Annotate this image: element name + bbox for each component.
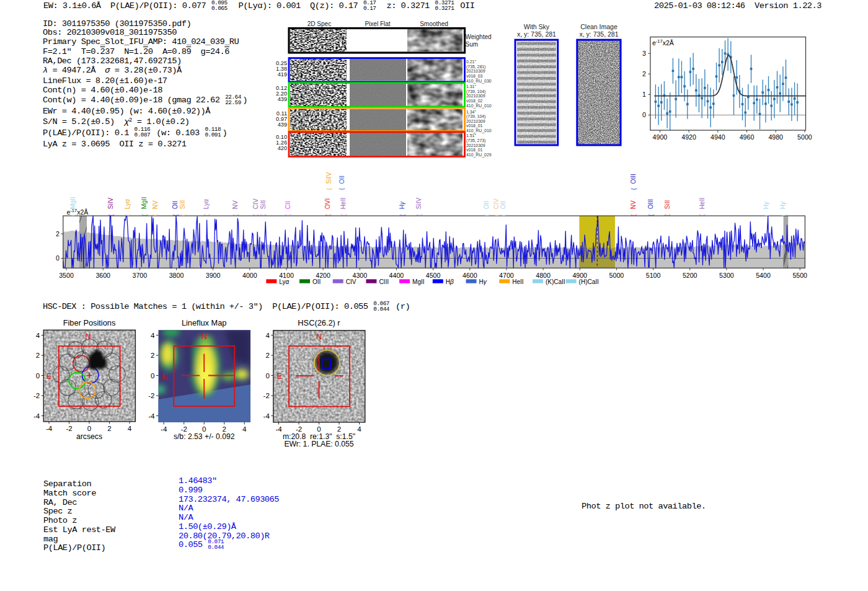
svg-text:OII: OII (483, 201, 490, 210)
svg-text:HeII: HeII (699, 198, 706, 210)
svg-text:-2: -2 (148, 392, 154, 399)
svg-text:4980: 4980 (768, 133, 783, 141)
svg-text:{: { (663, 214, 670, 216)
svg-text:4500: 4500 (426, 272, 441, 279)
svg-text:20210309: 20210309 (466, 94, 485, 98)
svg-text:4920: 4920 (681, 133, 696, 141)
svg-text:OII: OII (172, 201, 179, 210)
svg-text:{: { (259, 214, 266, 216)
svg-text:{: { (326, 188, 332, 190)
svg-text:1: 1 (642, 91, 646, 98)
svg-text:{: { (232, 214, 239, 216)
svg-text:MgII: MgII (412, 278, 424, 285)
svg-text:With Sky: With Sky (524, 23, 550, 30)
svg-text:Hγ: Hγ (763, 201, 769, 209)
svg-text:N: N (202, 332, 207, 341)
svg-text:{: { (500, 214, 507, 216)
svg-text:HeII: HeII (340, 198, 347, 210)
svg-text:Hβ: Hβ (446, 278, 454, 285)
svg-text:2: 2 (56, 230, 60, 238)
svg-text:4: 4 (151, 332, 155, 339)
svg-text:3800: 3800 (169, 272, 184, 279)
svg-text:OIII: OIII (647, 199, 654, 209)
svg-text:{: { (124, 214, 131, 216)
svg-text:MgII: MgII (69, 197, 76, 209)
svg-text:20210309: 20210309 (466, 119, 485, 123)
svg-text:HeII: HeII (512, 278, 523, 285)
svg-text:0: 0 (36, 372, 40, 380)
svg-text:0: 0 (642, 111, 646, 118)
svg-text:CIV: CIV (346, 278, 356, 285)
svg-text:4900: 4900 (572, 272, 587, 279)
svg-text:410_RU_029: 410_RU_029 (466, 153, 492, 158)
svg-text:4100: 4100 (279, 272, 294, 279)
svg-text:1.34": 1.34" (466, 110, 476, 114)
svg-text:(H)CaII: (H)CaII (579, 278, 599, 285)
svg-text:4: 4 (242, 425, 247, 433)
svg-text:1.51": 1.51" (466, 133, 476, 138)
svg-text:Hγ: Hγ (479, 278, 487, 285)
svg-text:0.21": 0.21" (466, 60, 476, 64)
svg-text:SiIV: SiIV (415, 197, 422, 209)
svg-text:{: { (630, 188, 637, 190)
svg-text:{: { (779, 214, 786, 216)
svg-text:{: { (203, 214, 210, 216)
svg-text:3600: 3600 (95, 272, 110, 279)
svg-text:4940: 4940 (711, 133, 725, 141)
svg-text:Lyα: Lyα (124, 198, 131, 209)
svg-text:e-17x2Å: e-17x2Å (652, 38, 674, 47)
svg-text:3900: 3900 (206, 272, 221, 279)
svg-text:4800: 4800 (536, 272, 551, 279)
svg-text:Clean Image: Clean Image (580, 23, 618, 30)
svg-text:Hγ: Hγ (779, 201, 786, 209)
svg-text:-4: -4 (275, 425, 282, 433)
svg-text:1.31": 1.31" (466, 84, 476, 89)
svg-text:20210309: 20210309 (466, 69, 485, 73)
svg-text:{: { (151, 214, 158, 216)
svg-text:-4: -4 (264, 412, 270, 420)
svg-text:{: { (763, 214, 769, 216)
svg-text:410_RU_010: 410_RU_010 (466, 104, 492, 109)
svg-text:0: 0 (87, 425, 91, 432)
svg-text:2: 2 (36, 352, 40, 359)
svg-text:0: 0 (151, 372, 154, 380)
svg-text:CIV: CIV (252, 198, 259, 209)
svg-text:-4: -4 (148, 412, 155, 420)
svg-text:N: N (85, 332, 91, 341)
svg-text:E: E (46, 372, 51, 381)
svg-text:SiII: SiII (179, 200, 186, 210)
svg-text:{: { (399, 214, 405, 216)
svg-text:4300: 4300 (353, 272, 368, 279)
svg-text:SiII: SiII (664, 200, 671, 210)
svg-text:4: 4 (357, 425, 361, 433)
svg-text:NV: NV (232, 200, 239, 209)
svg-text:410_RU_030: 410_RU_030 (466, 79, 492, 84)
svg-text:2D Spec: 2D Spec (308, 20, 331, 27)
svg-text:-2: -2 (66, 425, 72, 432)
svg-text:3: 3 (642, 50, 646, 57)
svg-text:-2: -2 (264, 392, 270, 399)
svg-text:5500: 5500 (792, 272, 807, 279)
svg-text:{: { (172, 214, 179, 216)
svg-text:x, y: 735, 281: x, y: 735, 281 (579, 30, 618, 38)
svg-text:4700: 4700 (499, 272, 514, 279)
svg-text:OII: OII (500, 201, 507, 210)
svg-text:Lineflux Map: Lineflux Map (182, 318, 227, 327)
svg-text:5000: 5000 (609, 272, 624, 279)
svg-text:N: N (316, 332, 322, 341)
svg-text:Lyα: Lyα (203, 198, 210, 209)
svg-text:3500: 3500 (59, 272, 74, 279)
svg-text:{: { (698, 214, 705, 216)
svg-text:2: 2 (107, 425, 111, 432)
svg-text:4200: 4200 (316, 272, 330, 279)
svg-text:CIII: CIII (379, 278, 389, 285)
svg-text:x, y: 735, 281: x, y: 735, 281 (517, 30, 556, 38)
svg-text:{: { (284, 214, 291, 216)
svg-text:-2: -2 (33, 392, 40, 399)
svg-text:4400: 4400 (389, 272, 404, 279)
svg-text:-4: -4 (46, 425, 53, 432)
svg-text:HSC(26.2) r: HSC(26.2) r (298, 318, 340, 327)
svg-text:MgII: MgII (141, 197, 148, 209)
svg-text:{: { (107, 214, 114, 216)
svg-text:OIII: OIII (630, 174, 637, 184)
